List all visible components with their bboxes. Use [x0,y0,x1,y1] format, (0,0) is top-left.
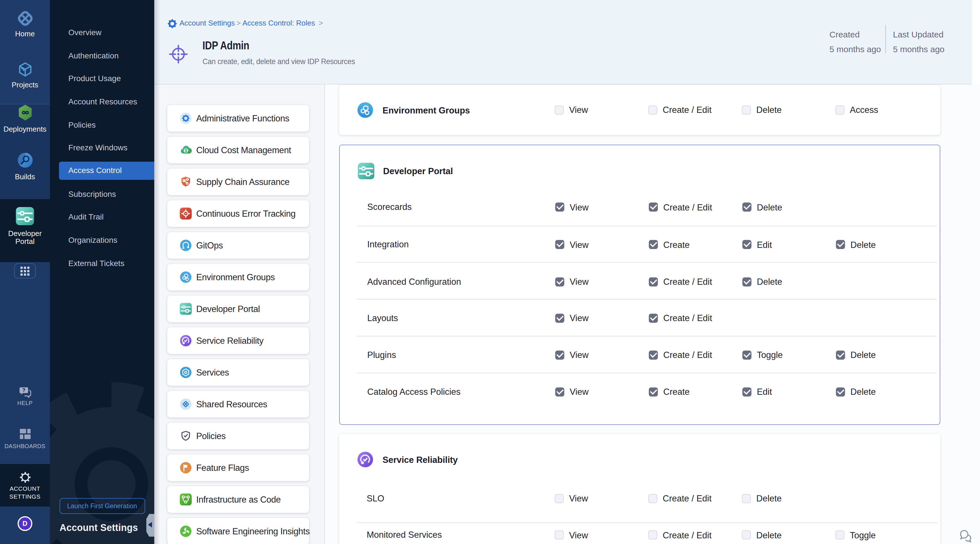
svg-text:?: ? [22,387,25,393]
svg-text:$: $ [185,148,187,153]
